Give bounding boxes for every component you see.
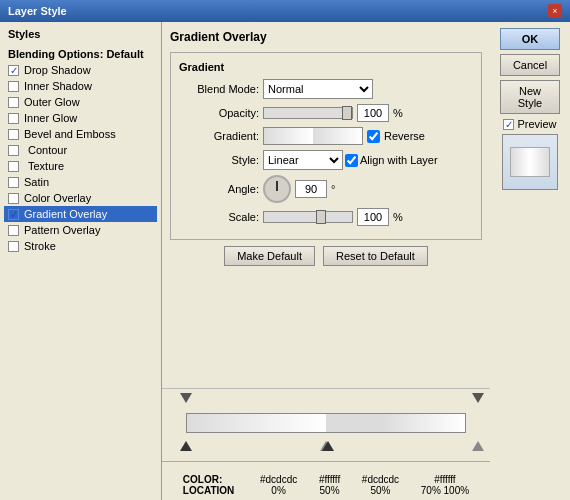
preview-checkbox[interactable] [503,119,514,130]
opacity-label: Opacity: [179,107,259,119]
color-stop-0[interactable] [180,441,192,451]
center-panel: Gradient Overlay Gradient Blend Mode: No… [162,22,490,500]
styles-list: Blending Options: Default Drop Shadow In… [4,46,157,254]
bevel-emboss-checkbox[interactable] [8,129,19,140]
pattern-overlay-checkbox[interactable] [8,225,19,236]
inner-glow-checkbox[interactable] [8,113,19,124]
blend-mode-select[interactable]: Normal Multiply Screen Overlay [263,79,373,99]
scale-slider[interactable] [263,211,353,223]
main-container: Styles Blending Options: Default Drop Sh… [0,22,570,500]
inner-shadow-checkbox[interactable] [8,81,19,92]
opacity-stop-right[interactable] [472,393,484,403]
texture-checkbox[interactable] [8,161,19,172]
gradient-swatch[interactable] [263,127,363,145]
color-stop-4-location: 70% 100% [421,485,469,496]
styles-panel: Styles Blending Options: Default Drop Sh… [0,22,162,500]
right-panel: OK Cancel New Style Preview [490,22,570,500]
scale-label: Scale: [179,211,259,223]
color-stop-100[interactable] [472,441,484,451]
close-button[interactable]: × [548,4,562,18]
cancel-button[interactable]: Cancel [500,54,560,76]
opacity-row: Opacity: % [179,104,473,122]
style-contour[interactable]: Contour [4,142,157,158]
outer-glow-checkbox[interactable] [8,97,19,108]
gradient-row: Gradient: Reverse [179,127,473,145]
style-inner-glow[interactable]: Inner Glow [4,110,157,126]
style-stroke[interactable]: Stroke [4,238,157,254]
contour-checkbox[interactable] [8,145,19,156]
preview-row: Preview [503,118,556,130]
color-stop-1-location: 0% [271,485,285,496]
angle-value-input[interactable] [295,180,327,198]
gradient-overlay-title: Gradient Overlay [170,30,482,46]
satin-checkbox[interactable] [8,177,19,188]
scale-value-input[interactable] [357,208,389,226]
opacity-stops-row [186,393,466,407]
location-label: LOCATION [183,485,234,496]
align-with-layer-label: Align with Layer [360,154,438,166]
make-default-button[interactable]: Make Default [224,246,315,266]
blend-mode-label: Blend Mode: [179,83,259,95]
color-stop-1: #dcdcdc 0% [260,474,297,496]
angle-unit: ° [331,183,335,195]
gradient-subsection-title: Gradient [179,61,473,73]
color-stop-4-color: #ffffff [434,474,455,485]
style-texture[interactable]: Texture [4,158,157,174]
style-bevel-emboss[interactable]: Bevel and Emboss [4,126,157,142]
ok-button[interactable]: OK [500,28,560,50]
style-pattern-overlay[interactable]: Pattern Overlay [4,222,157,238]
style-blending-options[interactable]: Blending Options: Default [4,46,157,62]
stroke-checkbox[interactable] [8,241,19,252]
style-inner-shadow[interactable]: Inner Shadow [4,78,157,94]
scale-row: Scale: % [179,208,473,226]
angle-indicator [276,181,278,191]
color-stop-1-color: #dcdcdc [260,474,297,485]
opacity-value-input[interactable] [357,104,389,122]
window-title: Layer Style [8,5,67,17]
align-with-layer-checkbox[interactable] [345,154,358,167]
color-stop-4: #ffffff 70% 100% [421,474,469,496]
drop-shadow-checkbox[interactable] [8,65,19,76]
color-stop-50b[interactable] [322,441,334,451]
color-label: COLOR: [183,474,222,485]
scale-unit: % [393,211,403,223]
opacity-unit: % [393,107,403,119]
color-info-labels: COLOR: LOCATION [183,474,234,496]
gradient-style-select[interactable]: Linear Radial Angle Reflected Diamond [263,150,343,170]
color-stop-2-color: #ffffff [319,474,340,485]
preview-box [502,134,558,190]
reverse-label: Reverse [384,130,425,142]
title-bar: Layer Style × [0,0,570,22]
color-stop-2-location: 50% [320,485,340,496]
gradient-overlay-checkbox[interactable] [8,209,19,220]
gradient-overlay-section: Gradient Overlay Gradient Blend Mode: No… [162,22,490,388]
gradient-inner-section: Gradient Blend Mode: Normal Multiply Scr… [170,52,482,240]
color-overlay-checkbox[interactable] [8,193,19,204]
style-row: Style: Linear Radial Angle Reflected Dia… [179,150,473,170]
gradient-bar-container [186,413,466,433]
color-stop-3-location: 50% [370,485,390,496]
reset-to-default-button[interactable]: Reset to Default [323,246,428,266]
gradient-bar[interactable] [186,413,466,433]
color-stop-3-color: #dcdcdc [362,474,399,485]
angle-dial[interactable] [263,175,291,203]
new-style-button[interactable]: New Style [500,80,560,114]
angle-label: Angle: [179,183,259,195]
style-outer-glow[interactable]: Outer Glow [4,94,157,110]
gradient-label: Gradient: [179,130,259,142]
opacity-slider-container: % [263,104,403,122]
angle-dial-container: ° [263,175,335,203]
color-stop-2: #ffffff 50% [319,474,340,496]
scale-slider-container: % [263,208,403,226]
style-drop-shadow[interactable]: Drop Shadow [4,62,157,78]
color-info: COLOR: LOCATION #dcdcdc 0% #ffffff 50% #… [162,461,490,500]
gradient-editor [162,388,490,461]
opacity-stop-left[interactable] [180,393,192,403]
reverse-checkbox[interactable] [367,130,380,143]
gradient-style-container: Linear Radial Angle Reflected Diamond Al… [263,150,438,170]
style-label: Style: [179,154,259,166]
style-satin[interactable]: Satin [4,174,157,190]
style-gradient-overlay[interactable]: Gradient Overlay [4,206,157,222]
opacity-slider[interactable] [263,107,353,119]
style-color-overlay[interactable]: Color Overlay [4,190,157,206]
